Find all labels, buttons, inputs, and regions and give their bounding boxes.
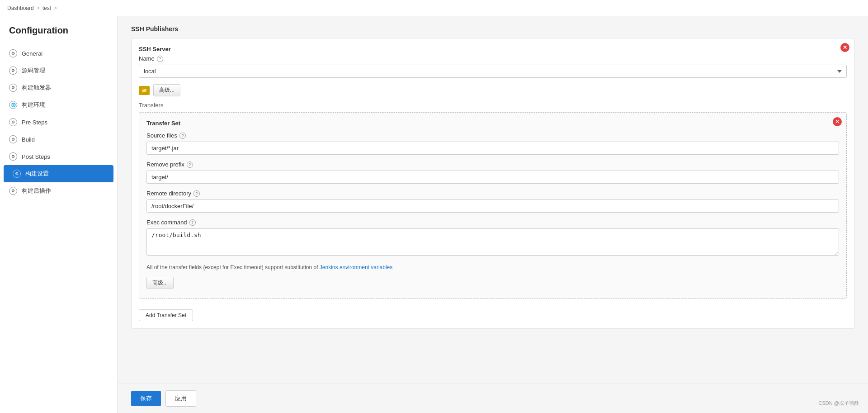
server-advanced-button[interactable]: 高级... [153, 84, 180, 96]
breadcrumb-test[interactable]: test [42, 5, 51, 11]
breadcrumb-sep-2: > [54, 5, 57, 11]
transfer-set-close-button[interactable]: ✕ [833, 117, 842, 126]
server-advanced-row: 📁 高级... [139, 84, 847, 96]
remove-prefix-help-icon[interactable]: ? [187, 161, 193, 168]
sidebar-label-build: Build [22, 136, 35, 143]
add-transfer-row: Add Transfer Set [139, 304, 847, 321]
transfer-advanced-row: 高级... [146, 277, 839, 289]
main-content: SSH Publishers ✕ SSH Server Name ? local [118, 16, 868, 413]
exec-command-label: Exec command ? [146, 219, 839, 226]
remove-prefix-row: Remove prefix ? [146, 161, 839, 184]
exec-command-row: Exec command ? [146, 219, 839, 257]
sidebar-item-build-settings[interactable]: ⚙ 构建设置 [4, 165, 113, 182]
general-icon: ⚙ [9, 49, 17, 57]
source-mgmt-icon: ⚙ [9, 66, 17, 75]
post-build-icon: ⚙ [9, 187, 17, 195]
sidebar-item-source-mgmt[interactable]: ⚙ 源码管理 [0, 62, 117, 79]
info-text: All of the transfer fields (except for E… [146, 263, 839, 271]
server-name-select[interactable]: local [139, 65, 847, 78]
build-env-icon: 🌐 [9, 101, 17, 109]
source-files-help-icon[interactable]: ? [179, 133, 186, 139]
server-name-row: Name ? local [139, 55, 847, 78]
sidebar-label-source-mgmt: 源码管理 [22, 66, 45, 75]
sidebar-item-general[interactable]: ⚙ General [0, 45, 117, 62]
publishers-header: SSH Publishers [131, 25, 854, 33]
exec-command-help-icon[interactable]: ? [189, 219, 196, 226]
sidebar-item-build-env[interactable]: 🌐 构建环境 [0, 96, 117, 114]
ssh-server-box: ✕ SSH Server Name ? local 📁 高级... [131, 38, 854, 329]
ssh-server-close-button[interactable]: ✕ [840, 43, 849, 52]
jenkins-env-vars-link[interactable]: Jenkins environment variables [320, 264, 392, 271]
sidebar-label-pre-steps: Pre Steps [22, 119, 47, 126]
exec-command-textarea[interactable] [146, 228, 839, 256]
build-settings-icon: ⚙ [13, 170, 21, 178]
transfer-set-title: Transfer Set [146, 120, 839, 127]
transfer-set-box: ✕ Transfer Set Source files ? Remove pre [139, 112, 847, 299]
pre-steps-icon: ⚙ [9, 118, 17, 126]
breadcrumb-dashboard[interactable]: Dashboard [7, 5, 34, 11]
build-icon: ⚙ [9, 135, 17, 143]
remote-directory-help-icon[interactable]: ? [193, 190, 200, 197]
server-name-help-icon[interactable]: ? [157, 56, 163, 62]
remote-directory-row: Remote directory ? [146, 190, 839, 213]
post-steps-icon: ⚙ [9, 152, 17, 161]
advanced-folder-icon: 📁 [139, 86, 150, 95]
remote-directory-input[interactable] [146, 199, 839, 213]
sidebar-item-build-triggers[interactable]: ⚙ 构建触发器 [0, 79, 117, 96]
transfers-label: Transfers [139, 102, 847, 109]
source-files-row: Source files ? [146, 132, 839, 155]
sidebar-label-general: General [22, 50, 42, 57]
sidebar-item-post-steps[interactable]: ⚙ Post Steps [0, 148, 117, 165]
sidebar-item-post-build[interactable]: ⚙ 构建后操作 [0, 182, 117, 199]
sidebar: Configuration ⚙ General ⚙ 源码管理 ⚙ 构建触发器 🌐… [0, 16, 118, 413]
add-transfer-set-button[interactable]: Add Transfer Set [139, 309, 193, 321]
watermark: CSDN @戊子宿酥 [819, 400, 859, 407]
sidebar-item-pre-steps[interactable]: ⚙ Pre Steps [0, 114, 117, 131]
bottom-action-bar: 保存 应用 [118, 384, 868, 413]
apply-button[interactable]: 应用 [165, 390, 196, 407]
server-name-label: Name ? [139, 55, 847, 62]
remove-prefix-label: Remove prefix ? [146, 161, 839, 168]
sidebar-item-build[interactable]: ⚙ Build [0, 131, 117, 148]
save-button[interactable]: 保存 [131, 391, 161, 406]
sidebar-label-post-build: 构建后操作 [22, 187, 51, 195]
sidebar-title: Configuration [0, 25, 117, 45]
source-files-label: Source files ? [146, 132, 839, 139]
server-label: SSH Server [139, 46, 847, 52]
breadcrumb-sep-1: > [37, 5, 40, 11]
sidebar-label-build-triggers: 构建触发器 [22, 84, 51, 92]
sidebar-label-build-settings: 构建设置 [25, 170, 49, 178]
source-files-input[interactable] [146, 142, 839, 155]
sidebar-label-post-steps: Post Steps [22, 153, 50, 160]
sidebar-label-build-env: 构建环境 [22, 101, 45, 109]
transfer-advanced-button[interactable]: 高级... [146, 277, 174, 289]
breadcrumb-bar: Dashboard > test > [0, 0, 868, 16]
remote-directory-label: Remote directory ? [146, 190, 839, 197]
remove-prefix-input[interactable] [146, 171, 839, 184]
build-triggers-icon: ⚙ [9, 84, 17, 92]
